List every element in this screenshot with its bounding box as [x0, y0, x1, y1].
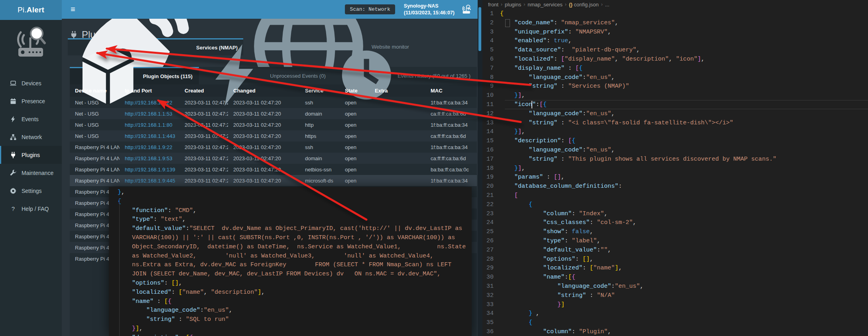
editor-code-area[interactable]: 1{2 "code_name": "nmap_services",3 "uniq…	[482, 9, 868, 336]
code-line: 11 "icon":[{	[482, 100, 868, 110]
line-number: 10	[482, 91, 500, 100]
line-number: 14	[482, 128, 500, 137]
code-line: 18 }],	[482, 164, 868, 173]
column-header[interactable]: Ip and Port	[120, 88, 179, 94]
line-number: 9	[482, 82, 500, 91]
code-line: 24 "css_classes": "col-sm-2",	[482, 218, 868, 228]
bolt-icon	[205, 44, 267, 107]
json-symbol-icon: {}	[569, 2, 574, 8]
screen: Pi.Alert DevicesPresenceEventsNetworkPlu	[0, 0, 868, 336]
sidebar-item-maintenance[interactable]: Maintenance	[0, 164, 62, 182]
line-number: 35	[482, 318, 500, 328]
column-header[interactable]: Changed	[228, 88, 300, 94]
page-scrollbar[interactable]	[478, 0, 482, 336]
column-header[interactable]: Status	[472, 88, 478, 94]
code-line: VARCHAR(100)) || ':' || cast( SUBSTR(ns.…	[118, 234, 472, 243]
breadcrumb-segment[interactable]: {} config.json	[569, 2, 599, 8]
pialert-mini-logo-icon	[461, 4, 472, 15]
column-header[interactable]: MAC	[425, 88, 472, 94]
breadcrumb-segment[interactable]: plugins	[505, 2, 521, 8]
column-header[interactable]: State	[340, 88, 370, 94]
code-line: 34 } ,	[482, 309, 868, 318]
sidebar-item-devices[interactable]: Devices	[0, 74, 62, 92]
table-row: Raspberry Pi 4 LANhttp://192.168.1.9:532…	[70, 153, 477, 164]
code-line: 1{	[482, 10, 868, 19]
ip-port-link[interactable]: http://192.168.1.9:445	[125, 178, 175, 184]
code-line: 7 "display_name" : [{	[482, 64, 868, 73]
host-info: Synology-NAS (11/03/2023, 15:46:07)	[404, 3, 455, 16]
line-number: 34	[482, 309, 500, 318]
page-scrollbar-thumb[interactable]	[478, 7, 481, 51]
hamburger-menu-icon[interactable]: ≡	[67, 3, 79, 16]
ip-port-link[interactable]: http://192.168.1.9:53	[125, 155, 172, 161]
popup-code: },{ "function": "CMD", "type": "text", "…	[118, 188, 472, 336]
code-editor[interactable]: front›plugins›nmap_services›{} config.js…	[482, 0, 868, 336]
sidebar-item-label: Devices	[22, 80, 41, 86]
scan-status-badge: Scan: Network	[345, 4, 395, 14]
breadcrumb-segment[interactable]: ...	[605, 2, 610, 8]
line-number: 2	[482, 19, 500, 28]
breadcrumb-segment[interactable]: nmap_services	[527, 2, 562, 8]
ip-port-link[interactable]: http://192.168.1.1:22	[125, 100, 172, 106]
code-line: 27 "default_value":"",	[482, 246, 868, 255]
line-number: 26	[482, 237, 500, 246]
subtab-unprocessed-events[interactable]: Unprocessed Events (0)	[199, 67, 332, 84]
sidebar-item-presence[interactable]: Presence	[0, 92, 62, 110]
code-line: 22 {	[482, 200, 868, 210]
indent-guide	[119, 199, 120, 336]
column-header[interactable]: Device name	[70, 88, 120, 94]
ip-port-link[interactable]: http://192.168.1.1:53	[125, 111, 172, 117]
ip-port-link[interactable]: http://192.168.1.1:443	[125, 133, 175, 139]
sidebar-item-settings[interactable]: Settings	[0, 182, 62, 200]
plugin-subtabs: Plugin Objects (115) Unprocessed Events …	[70, 67, 477, 84]
sidebar-item-help-faq[interactable]: ?Help / FAQ	[0, 200, 62, 218]
sidebar-item-network[interactable]: Network	[0, 128, 62, 146]
line-number: 29	[482, 264, 500, 273]
network-icon	[10, 134, 17, 141]
code-line: 14 }],	[482, 128, 868, 137]
subtab-events-history[interactable]: Events History (50 out of 1265 )	[332, 67, 477, 84]
sidebar: Pi.Alert DevicesPresenceEventsNetworkPlu	[0, 0, 62, 336]
bolt-icon	[10, 116, 17, 123]
line-number: 31	[482, 282, 500, 291]
wrench-icon	[10, 169, 17, 177]
line-number: 22	[482, 200, 500, 210]
code-line: 15 "description": [{	[482, 137, 868, 146]
line-number: 1	[482, 10, 500, 19]
sidebar-item-events[interactable]: Events	[0, 110, 62, 128]
host-name: Synology-NAS	[404, 3, 439, 9]
code-line: 20 "database_column_definitions":	[482, 182, 868, 191]
sidebar-item-plugins[interactable]: Plugins	[0, 146, 62, 164]
code-line: }],	[118, 324, 472, 334]
code-line: "string" : "SQL to run"	[118, 315, 472, 324]
subtab-plugin-objects[interactable]: Plugin Objects (115)	[70, 67, 199, 84]
line-number: 17	[482, 155, 500, 164]
line-number: 18	[482, 164, 500, 173]
sidebar-nav: DevicesPresenceEventsNetworkPluginsMaint…	[0, 74, 62, 218]
editor-breadcrumb[interactable]: front›plugins›nmap_services›{} config.js…	[482, 0, 868, 9]
ip-port-link[interactable]: http://192.168.1.9:22	[125, 144, 172, 150]
ip-port-link[interactable]: http://192.168.1.9:139	[125, 167, 175, 173]
column-header[interactable]: Extra	[370, 88, 425, 94]
code-line: 33 }]	[482, 301, 868, 310]
code-line: 25 "show": false,	[482, 228, 868, 237]
app-brand[interactable]: Pi.Alert	[0, 0, 62, 20]
code-line: "options": [],	[118, 279, 472, 288]
ip-port-link[interactable]: http://192.168.1.1:80	[125, 122, 172, 128]
code-line: 9 "string" : "Services (NMAP)"	[482, 82, 868, 91]
column-header[interactable]: Created	[179, 88, 228, 94]
column-header[interactable]: Service	[300, 88, 340, 94]
line-number: 20	[482, 182, 500, 191]
line-number: 7	[482, 64, 500, 73]
code-popup[interactable]: },{ "function": "CMD", "type": "text", "…	[109, 187, 472, 336]
line-number: 12	[482, 110, 500, 119]
code-line: 19 "params" : [],	[482, 173, 868, 182]
sidebar-item-label: Plugins	[22, 152, 40, 158]
code-line: 5 "data_source": "pialert-db-query",	[482, 46, 868, 55]
sidebar-item-label: Events	[22, 116, 39, 122]
code-line: 10 }],	[482, 91, 868, 100]
gear-icon	[10, 187, 17, 195]
line-number: 27	[482, 246, 500, 255]
breadcrumb-segment[interactable]: front	[488, 2, 498, 8]
plug-icon	[10, 151, 17, 159]
